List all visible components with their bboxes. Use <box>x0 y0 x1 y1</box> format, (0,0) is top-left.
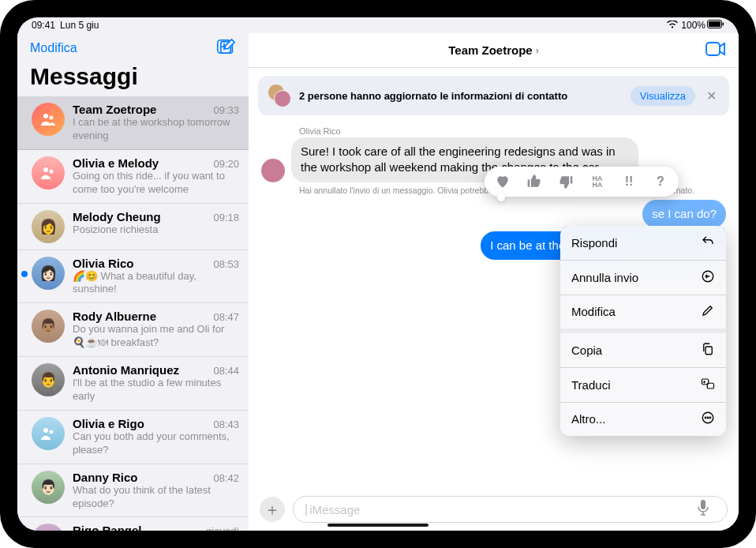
battery-icon <box>707 20 724 31</box>
svg-rect-20 <box>701 500 705 509</box>
status-date: Lun 5 giu <box>60 20 99 31</box>
conversation-item[interactable]: Olivia e Melody09:20 Going on this ride.… <box>17 150 249 204</box>
ipad-frame: 09:41 Lun 5 giu 100% <box>0 0 756 548</box>
menu-more[interactable]: Altro... <box>560 402 726 436</box>
banner-view-button[interactable]: Visualizza <box>631 86 695 106</box>
conversation-name: Olivia e Rigo <box>73 417 144 430</box>
chevron-right-icon: › <box>536 45 539 56</box>
avatar <box>32 156 65 190</box>
conversation-item[interactable]: Olivia e Rigo08:43 Can you both add your… <box>17 411 249 464</box>
message-avatar <box>261 159 285 182</box>
avatar: 👨🏻 <box>32 471 65 504</box>
conversation-preview: Do you wanna join me and Oli for 🍳☕🍽 bre… <box>73 323 239 350</box>
tapback-heart-icon[interactable] <box>492 171 513 192</box>
copy-icon <box>701 342 715 358</box>
tapback-haha-icon[interactable]: HA HA <box>587 171 608 192</box>
conversation-name: Danny Rico <box>73 471 138 484</box>
avatar: 👨🏼 <box>32 524 65 531</box>
avatar <box>32 103 65 136</box>
more-icon <box>701 411 715 427</box>
conversation-time: 08:44 <box>213 365 239 377</box>
battery-percent: 100% <box>681 20 705 31</box>
menu-translate[interactable]: Traduci <box>560 368 726 402</box>
outgoing-message[interactable]: se I can do? <box>642 200 726 228</box>
conversation-time: giovedì <box>206 525 239 531</box>
wifi-icon <box>667 20 678 31</box>
tapback-thumbsup-icon[interactable] <box>524 171 545 192</box>
conversation-name: Team Zoetrope <box>73 103 156 116</box>
svg-rect-11 <box>706 43 720 55</box>
tapback-thumbsdown-icon[interactable] <box>556 171 576 192</box>
conversation-time: 08:42 <box>213 472 239 484</box>
status-bar: 09:41 Lun 5 giu 100% <box>17 17 739 33</box>
menu-undo-send[interactable]: Annulla invio <box>560 261 726 295</box>
conversation-name: Olivia e Melody <box>73 156 159 170</box>
plus-icon: ＋ <box>264 499 280 520</box>
conversation-name: Antonio Manriquez <box>73 363 179 377</box>
conversation-item[interactable]: 👩🏻 Olivia Rico08:53 🌈😊 What a beautiful … <box>17 250 249 304</box>
conversation-preview: Can you both add your comments, please? <box>73 430 239 457</box>
chat-pane: ••• Team Zoetrope › 2 persone hanno aggi… <box>249 33 739 531</box>
message-list[interactable]: Olivia Rico Sure! I took care of all the… <box>249 123 739 490</box>
conversation-item[interactable]: 👩 Melody Cheung09:18 Posizione richiesta <box>17 204 249 250</box>
conversation-name: Rody Albuerne <box>73 310 156 323</box>
conversation-item[interactable]: 👨🏼 Rigo Rangelgiovedì 31 agosto 2018 – 2… <box>17 517 249 531</box>
banner-text: 2 persone hanno aggiornato le informazio… <box>299 90 623 102</box>
conversation-time: 08:43 <box>213 419 239 430</box>
svg-point-5 <box>43 114 48 118</box>
conversation-preview: What do you think of the latest episode? <box>73 484 239 511</box>
banner-close-button[interactable]: ✕ <box>703 88 720 103</box>
conversation-list[interactable]: Team Zoetrope09:33 I can be at the works… <box>17 96 249 531</box>
conversation-time: 09:20 <box>213 158 239 170</box>
sidebar: Modifica Messaggi Team Zoetrope09:33 <box>17 33 249 531</box>
translate-icon <box>701 377 715 393</box>
home-indicator[interactable] <box>327 524 429 527</box>
compose-button[interactable] <box>215 38 236 58</box>
conversation-time: 09:18 <box>213 212 239 223</box>
conversation-time: 08:53 <box>213 258 239 270</box>
status-time: 09:41 <box>32 20 55 31</box>
message-context-menu: Rispondi Annulla invio Modifica <box>560 226 726 436</box>
conversation-time: 08:47 <box>213 311 239 323</box>
conversation-item[interactable]: Team Zoetrope09:33 I can be at the works… <box>17 96 249 150</box>
sender-label: Olivia Rico <box>299 126 726 136</box>
unread-indicator <box>21 271 28 277</box>
message-input[interactable]: |iMessage <box>293 496 728 523</box>
edit-button[interactable]: Modifica <box>30 41 77 55</box>
reply-icon <box>701 235 715 251</box>
conversation-preview: I can be at the workshop tomorrow evenin… <box>73 116 239 143</box>
conversation-item[interactable]: 👨🏻 Danny Rico08:42 What do you think of … <box>17 464 249 518</box>
conversation-name: Rigo Rangel <box>73 524 142 531</box>
chat-title[interactable]: Team Zoetrope › <box>448 43 538 57</box>
menu-copy[interactable]: Copia <box>560 333 726 367</box>
svg-point-19 <box>709 417 711 419</box>
conversation-item[interactable]: 👨🏽 Rody Albuerne08:47 Do you wanna join … <box>17 303 249 357</box>
conversation-name: Olivia Rico <box>73 257 134 270</box>
avatar: 👨🏽 <box>32 310 65 343</box>
menu-edit[interactable]: Modifica <box>560 295 726 328</box>
tapback-exclaim-icon[interactable]: !! <box>619 171 639 192</box>
chat-header: ••• Team Zoetrope › <box>249 33 739 68</box>
svg-point-10 <box>50 430 54 434</box>
tapback-question-icon[interactable]: ? <box>650 171 671 192</box>
svg-point-9 <box>43 428 48 433</box>
svg-rect-2 <box>723 23 724 26</box>
contact-update-banner: 2 persone hanno aggiornato le informazio… <box>258 76 729 115</box>
menu-reply[interactable]: Rispondi <box>560 226 726 260</box>
dictation-button[interactable] <box>698 500 709 519</box>
svg-rect-13 <box>705 347 712 355</box>
conversation-item[interactable]: 👨 Antonio Manriquez08:44 I'll be at the … <box>17 357 249 411</box>
video-call-button[interactable] <box>705 42 726 59</box>
conversation-time: 09:33 <box>213 104 239 116</box>
conversation-preview: 🌈😊 What a beautiful day, sunshine! <box>73 270 239 297</box>
avatar: 👩 <box>32 210 65 243</box>
compose-bar: ＋ |iMessage <box>249 490 739 531</box>
svg-point-18 <box>707 417 709 419</box>
screen: 09:41 Lun 5 giu 100% <box>17 17 739 531</box>
avatar <box>32 417 65 450</box>
sidebar-title: Messaggi <box>30 63 236 90</box>
pencil-icon <box>701 303 715 320</box>
svg-point-7 <box>43 167 48 172</box>
attach-button[interactable]: ＋ <box>260 497 285 522</box>
avatar: 👨 <box>32 363 65 396</box>
